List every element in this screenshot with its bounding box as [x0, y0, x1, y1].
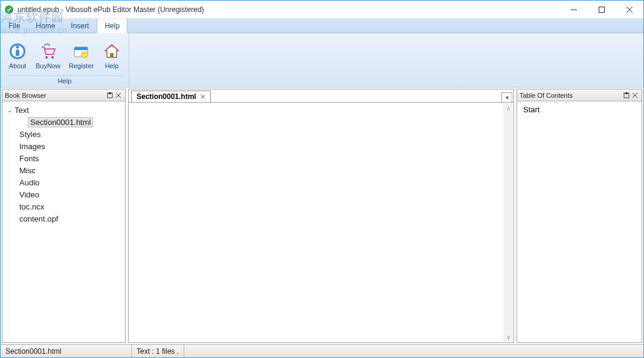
window-title: untitled.epub - Vibosoft ePub Editor Mas…	[18, 5, 204, 14]
tree-styles-folder[interactable]: Styles	[4, 128, 124, 140]
buynow-label: BuyNow	[36, 62, 60, 69]
toc-body: Start	[517, 101, 642, 342]
tree-contentopf-file[interactable]: content.opf	[4, 213, 124, 225]
tab-list-dropdown-icon[interactable]: ▾	[501, 92, 512, 102]
tree-section-file[interactable]: Section0001.html	[4, 116, 124, 128]
svg-point-10	[51, 56, 54, 59]
info-icon	[8, 42, 27, 61]
book-browser-panel: Book Browser ⌄ Text Section0001.html	[2, 89, 126, 343]
book-browser-header: Book Browser	[2, 89, 125, 101]
tab-section0001[interactable]: Section0001.html ✕	[131, 91, 211, 102]
toc-header: Table Of Contents	[517, 89, 642, 101]
titlebar: untitled.epub - Vibosoft ePub Editor Mas…	[1, 1, 643, 19]
status-file-count: Text : 1 files .	[132, 345, 184, 357]
ribbon-group-label: Help	[5, 75, 124, 85]
tree-fonts-folder[interactable]: Fonts	[4, 152, 124, 164]
svg-rect-14	[110, 53, 114, 57]
window-controls	[560, 1, 643, 18]
app-icon	[4, 5, 14, 14]
file-tree: ⌄ Text Section0001.html Styles Images Fo…	[2, 101, 125, 227]
float-panel-icon[interactable]	[106, 91, 114, 100]
scroll-up-icon[interactable]: ∧	[503, 103, 513, 113]
close-button[interactable]	[616, 1, 643, 18]
float-panel-icon[interactable]	[622, 91, 631, 100]
svg-rect-16	[109, 92, 111, 94]
svg-point-8	[16, 46, 19, 49]
menu-file[interactable]: File	[1, 19, 28, 33]
menu-insert[interactable]: Insert	[63, 19, 97, 33]
tree-text-folder[interactable]: ⌄ Text	[4, 104, 124, 116]
main-body: Book Browser ⌄ Text Section0001.html	[1, 88, 643, 344]
app-window: 河东软件园 www.pc0359.cn untitled.epub - Vibo…	[0, 0, 644, 358]
close-tab-icon[interactable]: ✕	[200, 93, 205, 101]
cart-icon	[38, 42, 57, 61]
tree-misc-folder[interactable]: Misc	[4, 164, 124, 176]
status-current-file: Section0001.html	[1, 345, 132, 357]
close-panel-icon[interactable]	[631, 91, 639, 100]
svg-point-9	[45, 56, 48, 59]
chevron-down-icon: ⌄	[7, 107, 14, 113]
help-label: Help	[105, 62, 119, 69]
register-icon	[71, 42, 91, 61]
menubar: File Home Insert Help	[1, 19, 643, 33]
tree-images-folder[interactable]: Images	[4, 140, 124, 152]
toc-item-start[interactable]: Start	[523, 105, 636, 114]
editor-tab-strip: Section0001.html ✕ ▾	[128, 89, 514, 102]
toc-list: Start	[517, 101, 642, 118]
home-help-icon	[102, 42, 121, 61]
svg-rect-20	[625, 92, 628, 94]
book-browser-body: ⌄ Text Section0001.html Styles Images Fo…	[2, 101, 125, 342]
minimize-button[interactable]	[560, 1, 588, 18]
about-label: About	[9, 62, 27, 69]
buynow-button[interactable]: BuyNow	[33, 36, 63, 75]
svg-rect-12	[74, 47, 88, 50]
editor-panel: Section0001.html ✕ ▾ ∧ ∨	[128, 89, 514, 343]
tree-audio-folder[interactable]: Audio	[4, 176, 124, 188]
tab-label: Section0001.html	[137, 92, 196, 101]
toc-panel: Table Of Contents Start	[517, 89, 642, 343]
close-panel-icon[interactable]	[114, 91, 123, 100]
maximize-button[interactable]	[588, 1, 616, 18]
tree-video-folder[interactable]: Video	[4, 188, 124, 200]
ribbon: About BuyNow Register	[1, 33, 643, 88]
vertical-scrollbar[interactable]: ∧ ∨	[503, 103, 513, 342]
svg-rect-7	[16, 50, 19, 56]
help-button[interactable]: Help	[100, 36, 124, 75]
about-button[interactable]: About	[5, 36, 30, 75]
menu-help[interactable]: Help	[97, 19, 127, 33]
book-browser-title: Book Browser	[5, 92, 46, 99]
scroll-down-icon[interactable]: ∨	[503, 332, 513, 342]
svg-rect-2	[599, 7, 605, 12]
register-button[interactable]: Register	[66, 36, 96, 75]
editor-content[interactable]: ∧ ∨	[128, 102, 514, 343]
register-label: Register	[69, 62, 94, 69]
toc-title: Table Of Contents	[520, 92, 573, 99]
menu-home[interactable]: Home	[28, 19, 63, 33]
tree-tocncx-file[interactable]: toc.ncx	[4, 200, 124, 213]
statusbar: Section0001.html Text : 1 files .	[1, 344, 643, 357]
ribbon-group-help: About BuyNow Register	[1, 33, 129, 87]
